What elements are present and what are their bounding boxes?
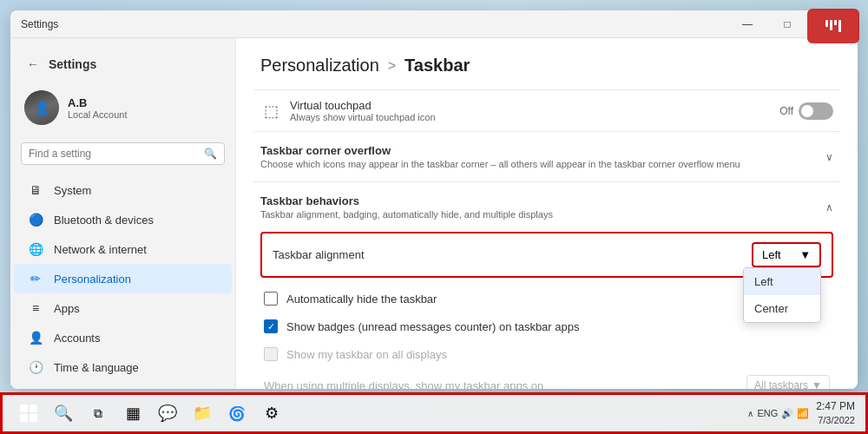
sidebar-item-bluetooth[interactable]: 🔵 Bluetooth & devices: [14, 205, 232, 234]
taskbar-behaviors-section: Taskbar behaviors Taskbar alignment, bad…: [253, 181, 840, 389]
sidebar-header: ← Settings: [10, 49, 235, 83]
touchpad-icon: ⬚: [260, 102, 281, 121]
touchpad-sublabel: Always show virtual touchpad icon: [290, 112, 436, 122]
task-view-button[interactable]: ⧉: [82, 398, 114, 429]
user-account-type: Local Account: [68, 109, 128, 120]
window-title: Settings: [21, 18, 58, 30]
taskbar-icons: 🔍 ⧉ ▦ 💬 📁 🌀 ⚙: [13, 398, 287, 429]
user-name: A.B: [68, 96, 128, 109]
sidebar: ← Settings 👤 A.B Local Account 🔍: [10, 38, 236, 389]
virtual-touchpad-info: ⬚ Virtual touchpad Always show virtual t…: [260, 99, 436, 122]
behaviors-chevron: ∧: [825, 201, 833, 214]
widgets-button[interactable]: ▦: [117, 398, 148, 429]
touchpad-text: Virtual touchpad Always show virtual tou…: [290, 99, 436, 122]
show-all-displays-checkbox: [264, 347, 278, 361]
clock-time: 2:47 PM: [816, 399, 855, 414]
taskbar-right: ∧ ENG 🔊 📶 2:47 PM 7/3/2022: [747, 399, 855, 427]
sidebar-item-apps[interactable]: ≡ Apps: [14, 293, 232, 323]
sidebar-label-apps: Apps: [54, 302, 80, 315]
back-button[interactable]: ←: [21, 52, 45, 76]
settings-taskbar-button[interactable]: ⚙: [256, 398, 287, 429]
sidebar-item-system[interactable]: 🖥 System: [14, 175, 232, 205]
time-icon: 🕐: [28, 359, 43, 375]
auto-hide-label: Automatically hide the taskbar: [286, 293, 437, 306]
avatar-image: 👤: [24, 90, 59, 125]
touchpad-toggle[interactable]: [799, 102, 833, 120]
behaviors-title: Taskbar behaviors: [260, 194, 553, 207]
user-profile[interactable]: 👤 A.B Local Account: [10, 83, 235, 139]
start-button[interactable]: [13, 398, 44, 429]
virtual-touchpad-section: ⬚ Virtual touchpad Always show virtual t…: [253, 89, 840, 131]
edge-button[interactable]: 🌀: [221, 398, 253, 429]
volume-icon[interactable]: 🔊: [781, 408, 793, 419]
file-explorer-button[interactable]: 📁: [187, 398, 218, 429]
maximize-button[interactable]: □: [767, 10, 807, 38]
apps-icon: ≡: [28, 300, 43, 316]
sidebar-label-time: Time & language: [54, 361, 139, 374]
clock[interactable]: 2:47 PM 7/3/2022: [816, 399, 855, 427]
network-icon-tray[interactable]: 📶: [797, 408, 809, 419]
multiple-displays-value: All taskbars: [754, 379, 808, 389]
sidebar-label-accounts: Accounts: [54, 332, 100, 345]
virtual-touchpad-row: ⬚ Virtual touchpad Always show virtual t…: [253, 90, 840, 131]
sidebar-item-network[interactable]: 🌐 Network & internet: [14, 234, 232, 264]
breadcrumb-separator: >: [388, 58, 396, 74]
settings-window: Settings — □ ✕ ← Settings 👤 A.B Local Ac…: [10, 10, 858, 389]
alignment-dropdown-btn[interactable]: Left ▼: [752, 242, 821, 267]
user-info: A.B Local Account: [68, 96, 128, 120]
sidebar-label-system: System: [54, 184, 91, 197]
system-icon: 🖥: [28, 182, 43, 198]
corner-overflow-section: Taskbar corner overflow Choose which ico…: [253, 131, 840, 181]
chat-icon: 💬: [158, 404, 177, 423]
behaviors-subtitle: Taskbar alignment, badging, automaticall…: [260, 209, 553, 220]
multiple-displays-select: All taskbars ▼: [746, 375, 830, 389]
avatar: 👤: [24, 90, 59, 125]
settings-taskbar-icon: ⚙: [265, 404, 279, 423]
chat-button[interactable]: 💬: [152, 398, 183, 429]
show-all-displays-label: Show my taskbar on all displays: [286, 348, 447, 361]
title-bar: Settings — □ ✕: [10, 10, 858, 38]
brand-logo: [807, 9, 859, 43]
task-view-icon: ⧉: [94, 406, 102, 421]
touchpad-toggle-container: Off: [779, 102, 833, 120]
taskbar-behaviors-header[interactable]: Taskbar behaviors Taskbar alignment, bad…: [253, 182, 840, 232]
clock-date: 7/3/2022: [816, 414, 855, 427]
multiple-displays-row: When using multiple displays, show my ta…: [260, 368, 833, 389]
sidebar-item-time[interactable]: 🕐 Time & language: [14, 352, 232, 382]
behaviors-content: Taskbar alignment Left ▼ Left Center: [253, 232, 840, 389]
show-all-displays-row: Show my taskbar on all displays: [260, 340, 833, 368]
alignment-option-center[interactable]: Center: [744, 295, 820, 322]
search-taskbar-icon: 🔍: [54, 404, 73, 423]
sidebar-item-accounts[interactable]: 👤 Accounts: [14, 323, 232, 352]
minimize-button[interactable]: —: [727, 10, 767, 38]
sidebar-label-network: Network & internet: [54, 243, 147, 256]
search-box[interactable]: 🔍: [21, 142, 225, 165]
search-icon: 🔍: [204, 148, 217, 160]
breadcrumb: Personalization > Taskbar: [236, 38, 858, 89]
sidebar-label-personalization: Personalization: [54, 273, 131, 286]
accounts-icon: 👤: [28, 330, 43, 345]
show-badges-checkbox[interactable]: ✓: [264, 319, 278, 333]
alignment-option-left[interactable]: Left: [744, 268, 820, 295]
show-badges-label: Show badges (unread messages counter) on…: [286, 320, 579, 333]
multiple-displays-label: When using multiple displays, show my ta…: [264, 379, 543, 390]
search-taskbar-button[interactable]: 🔍: [48, 398, 79, 429]
tray-arrow-icon[interactable]: ∧: [747, 409, 753, 418]
search-input[interactable]: [29, 148, 199, 160]
widgets-icon: ▦: [126, 404, 141, 423]
breadcrumb-child: Taskbar: [404, 56, 470, 76]
edge-icon: 🌀: [228, 405, 246, 422]
logo-bars: [825, 20, 841, 32]
alignment-row: Taskbar alignment Left ▼ Left Center: [260, 232, 833, 278]
corner-overflow-title: Taskbar corner overflow: [260, 144, 740, 157]
sidebar-item-gaming[interactable]: 🎮 Gaming: [14, 382, 232, 389]
sidebar-item-personalization[interactable]: ✏ Personalization: [14, 264, 232, 293]
corner-overflow-titles: Taskbar corner overflow Choose which ico…: [260, 144, 740, 169]
auto-hide-checkbox[interactable]: [264, 292, 278, 306]
dropdown-chevron-icon: ▼: [799, 248, 811, 261]
alignment-dropdown-area: Left ▼ Left Center: [752, 242, 821, 267]
alignment-dropdown-menu: Left Center: [743, 267, 821, 323]
network-icon: 🌐: [28, 241, 43, 257]
sidebar-nav: 🖥 System 🔵 Bluetooth & devices 🌐 Network…: [10, 175, 235, 389]
corner-overflow-header[interactable]: Taskbar corner overflow Choose which ico…: [253, 132, 840, 181]
